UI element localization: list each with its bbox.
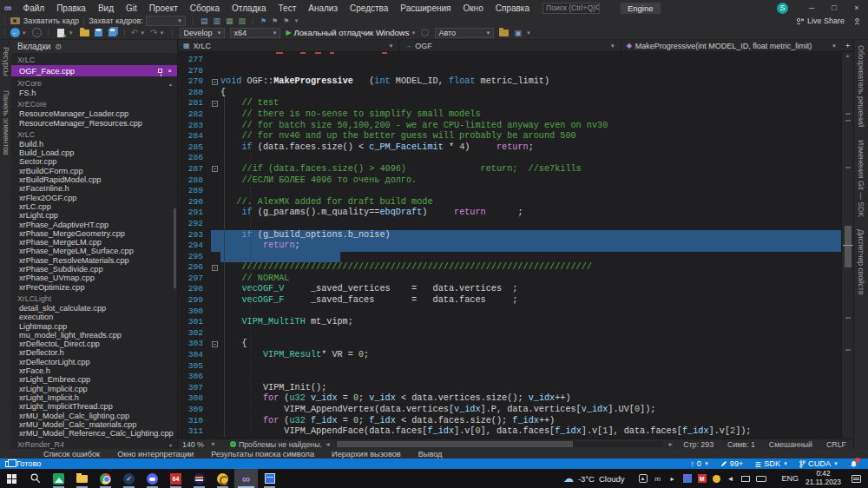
undo-button[interactable]: ↶ [131, 28, 138, 37]
save-button[interactable] [95, 29, 102, 36]
menu-item[interactable]: Вид [92, 3, 120, 13]
toolbar-grip[interactable]: ┊ [3, 29, 6, 36]
project-dropdown[interactable]: ▦ XrLC▼ [178, 40, 399, 51]
git-repository-button[interactable]: ≣ SDK ▼ [754, 459, 788, 469]
redo-button[interactable]: ↷ [150, 28, 157, 37]
tab-group-header[interactable]: XrLCLight [11, 292, 177, 304]
bottom-panel-tab[interactable]: Вывод [418, 450, 443, 458]
toolbar-grip[interactable]: ┊ [3, 17, 6, 25]
horizontal-scrollbar-thumb[interactable] [337, 441, 573, 447]
taskbar-app-eclipse-icon[interactable] [187, 469, 211, 488]
bookmark-icon[interactable]: ⚑ [260, 17, 266, 25]
tab-item[interactable]: xrLight_ImplicitThread.cpp [11, 402, 177, 411]
tool-tab-resources[interactable]: Ресурсы [2, 47, 10, 76]
tab-item[interactable]: xrFlex2OGF.cpp [11, 194, 177, 202]
tab-item[interactable]: xrBuildRapidModel.cpp [11, 175, 177, 184]
tab-item[interactable]: execution [11, 313, 177, 321]
tab-item[interactable]: xrLight_Implicit.cpp [11, 385, 177, 393]
line-ending-indicator[interactable]: Смешанный [769, 440, 812, 449]
tab-item[interactable]: xrPhase_UVmap.cpp [11, 274, 177, 282]
tab-item[interactable]: xrLight_Embree.cpp [11, 375, 177, 384]
git-changes-button[interactable]: 99+ [720, 459, 744, 468]
taskbar-app-visual-studio-icon[interactable]: ∞ [234, 469, 258, 488]
tab-item[interactable]: xrPhase_MergeLM.cpp [11, 238, 177, 247]
panel-scrollbar[interactable] [174, 208, 176, 288]
tab-group-header[interactable]: XrLC [11, 128, 177, 140]
document-health-icon[interactable]: ✓ [230, 441, 236, 447]
capture-frames-combo[interactable]: ▼ [146, 16, 186, 26]
tab-item[interactable]: xrMU_Model_Reference_Calc_Lighting.cpp [11, 429, 177, 438]
caret-column-indicator[interactable]: Симв: 1 [727, 440, 755, 449]
menu-item[interactable]: Отладка [226, 3, 273, 13]
taskbar-app-x64dbg-icon[interactable]: 64 [164, 469, 187, 488]
tab-item[interactable]: Build_Load.cpp [11, 148, 177, 157]
fold-marker[interactable]: - [212, 265, 218, 271]
background-tasks-icon[interactable] [5, 461, 12, 467]
taskbar-app-search-icon[interactable] [23, 469, 47, 488]
debug-mode-combo[interactable]: Авто▼ [435, 28, 494, 38]
tab-item[interactable]: xrFace.h [11, 366, 177, 375]
tab-item[interactable]: xrDeflectoL_Direct.cpp [11, 340, 177, 348]
taskbar-app-photos-icon[interactable] [47, 469, 70, 488]
bottom-panel-tab[interactable]: Список ошибок [43, 450, 100, 458]
tool-tab-toolbox[interactable]: Панель элементов [2, 90, 10, 155]
scroll-left-icon[interactable]: ◄ [325, 441, 331, 447]
tray-keyboard-icon[interactable] [756, 476, 766, 482]
type-dropdown[interactable]: → OGF▼ [399, 40, 621, 51]
tab-item[interactable]: mu_model_light_threads.cpp [11, 331, 177, 340]
find-in-files-icon[interactable]: ▣ [514, 29, 522, 37]
redo-dropdown-icon[interactable]: ▼ [159, 30, 164, 36]
bottom-panel-tab[interactable]: Иерархия вызовов [332, 450, 401, 458]
tool-tab-git-changes[interactable]: Изменения Git — SDK [857, 140, 865, 217]
menu-item[interactable]: Анализ [302, 3, 344, 13]
menu-item[interactable]: Средства [344, 3, 394, 13]
tray-network-icon[interactable] [741, 476, 750, 482]
new-file-button[interactable] [57, 29, 64, 37]
new-file-dropdown-icon[interactable]: ▼ [69, 30, 74, 36]
tab-item[interactable]: FS.h [11, 89, 177, 97]
bottom-panel-tab[interactable]: Окно интерпретации [117, 450, 194, 458]
add-existing-item-icon[interactable] [499, 30, 509, 36]
tab-item[interactable]: xrMU_Model_Calc_materials.cpp [11, 420, 177, 429]
tab-item[interactable]: xrLight_Implicit.h [11, 393, 177, 402]
scrollbar-thumb[interactable] [845, 226, 852, 267]
caret-line-indicator[interactable]: Стр: 293 [683, 440, 713, 449]
search-input[interactable]: Поиск (Ctrl+Q) [542, 3, 600, 14]
tab-item[interactable]: xrDeflectorLight.cpp [11, 358, 177, 366]
hot-reload-icon[interactable] [421, 29, 429, 36]
close-button[interactable]: × [845, 3, 868, 12]
bottom-panel-tab[interactable]: Результаты поиска символа [211, 450, 314, 458]
weather-widget[interactable]: ☁ -3°CCloudy [563, 472, 625, 485]
git-branch-button[interactable]: CUDA ▼ [799, 459, 838, 468]
tab-item[interactable]: xrFaceInline.h [11, 184, 177, 193]
tab-item[interactable]: xrBuildCForm.cpp [11, 167, 177, 175]
tray-yellow-dot-icon[interactable] [713, 475, 720, 483]
toolbar-overflow-icon[interactable]: ▼ [293, 18, 299, 23]
menu-item[interactable]: Расширения [394, 3, 457, 13]
member-dropdown[interactable]: ◆ MakeProgressive(int MODEL_ID, float me… [621, 40, 842, 51]
toolbar-overflow-icon[interactable]: ▼ [526, 30, 531, 36]
tray-cursor-icon[interactable]: ▸ [668, 474, 677, 483]
live-share-button[interactable]: Live Share [807, 16, 845, 25]
feedback-icon[interactable] [853, 17, 861, 25]
horizontal-scrollbar[interactable] [335, 441, 663, 447]
fold-marker[interactable]: - [212, 341, 218, 347]
fold-marker[interactable]: - [212, 101, 218, 107]
gear-icon[interactable]: ⚙ [55, 43, 62, 51]
account-avatar[interactable]: S [777, 3, 788, 14]
tray-m-icon[interactable]: m [654, 474, 662, 483]
menu-item[interactable]: Окно [457, 3, 489, 13]
tab-group-header[interactable]: XrLC [11, 53, 177, 65]
tool-tab-property-manager[interactable]: Диспетчер свойств [857, 229, 865, 295]
debug-target-dropdown-icon[interactable]: ▼ [411, 30, 416, 36]
group-chevron-icon[interactable]: ▴ [169, 81, 172, 87]
menu-item[interactable]: Файл [17, 3, 51, 13]
notifications-bell-icon[interactable] [850, 460, 858, 468]
close-tab-icon[interactable]: × [168, 65, 172, 76]
scroll-right-icon[interactable]: ► [667, 441, 674, 447]
back-history-icon[interactable]: ▼ [22, 30, 27, 36]
taskbar-app-discord-icon[interactable] [141, 469, 164, 488]
tab-item[interactable]: ResourceManager_Loader.cpp [11, 109, 177, 118]
tool-tab-solution-explorer[interactable]: Обозреватель решений [857, 45, 865, 128]
tab-item[interactable]: xrPhase_MergeLM_Surface.cpp [11, 247, 177, 255]
